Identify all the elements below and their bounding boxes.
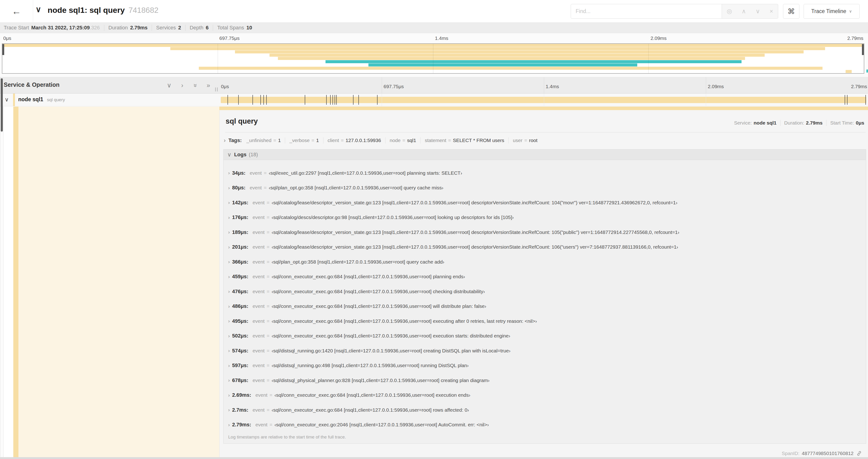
log-row[interactable]: ›176μs:event=‹sql/catalog/descs/descript… <box>223 210 866 225</box>
tag-item[interactable]: node=sql1 <box>390 138 416 143</box>
tag-equals: = <box>403 138 405 143</box>
log-row[interactable]: ›502μs:event=‹sql/conn_executor_exec.go:… <box>223 329 866 343</box>
minimap-tick-label: 2.79ms <box>847 35 863 41</box>
tag-item[interactable]: client=127.0.0.1:59936 <box>328 138 381 143</box>
expand-all-icon[interactable]: » <box>205 82 212 89</box>
minimap-span-bar <box>278 57 745 60</box>
tag-item[interactable]: _unfinished=1 <box>246 138 281 143</box>
logs-label: Logs <box>234 152 247 158</box>
log-row[interactable]: ›2.7ms:event=‹sql/conn_executor_exec.go:… <box>223 402 866 418</box>
log-row[interactable]: ›142μs:event=‹sql/catalog/lease/descript… <box>223 195 866 210</box>
log-timestamp: 678μs: <box>232 378 248 384</box>
log-row[interactable]: ›476μs:event=‹sql/conn_executor_exec.go:… <box>223 284 866 299</box>
minimap-span-bar <box>270 54 765 57</box>
summary-value: March 31 2022, 17:25:09.326 <box>31 25 100 31</box>
duration-label: Duration: <box>784 120 804 126</box>
tag-value: 1 <box>316 138 319 143</box>
log-tick-marker <box>847 95 847 105</box>
find-next-icon[interactable]: ∨ <box>755 8 760 15</box>
log-timestamp: 2.79ms: <box>232 422 251 428</box>
link-icon[interactable] <box>856 451 862 456</box>
find-prev-icon[interactable]: ∧ <box>742 8 746 15</box>
log-row[interactable]: ›574μs:event=‹sql/distsql_running.go:142… <box>223 343 866 358</box>
left-scrollbar-thumb[interactable] <box>1 78 3 132</box>
log-row[interactable]: ›597μs:event=‹sql/distsql_running.go:498… <box>223 358 866 373</box>
match-highlight-icon[interactable]: ◎ <box>727 8 732 15</box>
log-row[interactable]: ›459μs:event=‹sql/conn_executor_exec.go:… <box>223 269 866 284</box>
log-row[interactable]: ›201μs:event=‹sql/catalog/lease/descript… <box>223 240 866 255</box>
log-field-value: ‹sql/plan_opt.go:358 [nsql1,client=127.0… <box>272 259 444 265</box>
span-operation-name: sql query <box>47 97 65 102</box>
log-equals: = <box>267 303 270 309</box>
log-row[interactable]: ›678μs:event=‹sql/distsql_physical_plann… <box>223 373 866 388</box>
tag-item[interactable]: statement=SELECT * FROM users <box>425 138 504 143</box>
logs-accordion: ∨ Logs (18) ›34μs:event=‹sql/exec_util.g… <box>223 149 866 444</box>
log-field-value: ‹sql/conn_executor_exec.go:684 [nsql1,cl… <box>272 289 485 294</box>
divider <box>185 25 186 31</box>
log-equals: = <box>267 200 270 205</box>
log-field-key: event <box>252 230 265 235</box>
log-field-value: ‹sql/conn_executor_exec.go:684 [nsql1,cl… <box>272 407 469 413</box>
span-id-label: SpanID: <box>782 451 799 456</box>
log-tick-marker <box>252 95 253 105</box>
log-row[interactable]: ›495μs:event=‹sql/conn_executor_exec.go:… <box>223 314 866 329</box>
minimap-tick-labels: 0μs697.75μs1.4ms2.09ms2.79ms <box>2 35 864 42</box>
span-detail-title: sql query <box>226 117 258 126</box>
collapse-all-icon[interactable]: » <box>192 82 199 89</box>
trace-name: node sql1: sql query <box>48 6 125 14</box>
log-equals: = <box>270 422 272 428</box>
column-resizer[interactable] <box>215 88 218 91</box>
minimap-gridline <box>218 44 218 73</box>
trace-collapse-icon[interactable]: ∨ <box>35 5 41 14</box>
span-row[interactable]: ∨ node sql1sql query <box>0 94 868 106</box>
keyboard-shortcuts-button[interactable]: ⌘ <box>783 4 799 19</box>
span-tree-offset-band <box>13 107 19 459</box>
minimap-left-handle[interactable] <box>2 44 4 55</box>
log-row[interactable]: ›2.79ms:event=‹sql/conn_executor_exec.go… <box>223 418 866 432</box>
row-gridline <box>382 94 382 106</box>
log-row[interactable]: ›2.69ms:event=‹sql/conn_executor_exec.go… <box>223 388 866 403</box>
log-row[interactable]: ›189μs:event=‹sql/catalog/lease/descript… <box>223 225 866 240</box>
span-service-name[interactable]: node sql1sql query <box>18 96 65 103</box>
log-row[interactable]: ›34μs:event=‹sql/exec_util.go:2297 [nsql… <box>223 166 866 181</box>
find-clear-icon[interactable]: × <box>770 8 773 15</box>
log-timestamp: 2.7ms: <box>232 407 248 413</box>
span-collapse-icon[interactable]: ∨ <box>5 96 9 103</box>
log-row[interactable]: ›80μs:event=‹sql/plan_opt.go:358 [nsql1,… <box>223 181 866 195</box>
log-timestamp: 80μs: <box>232 185 246 191</box>
log-row[interactable]: ›366μs:event=‹sql/plan_opt.go:358 [nsql1… <box>223 255 866 269</box>
chevron-right-icon: › <box>228 244 230 250</box>
summary-label: Duration <box>108 25 128 31</box>
expand-one-icon[interactable]: › <box>179 82 186 89</box>
chevron-right-icon: › <box>228 348 230 353</box>
ruler-tick-label: 2.79ms <box>851 84 867 89</box>
log-field-key: event <box>252 274 265 280</box>
log-equals: = <box>267 289 270 294</box>
trace-view-selector[interactable]: Trace Timeline ∨ <box>804 4 860 19</box>
tags-label: Tags: <box>228 137 242 143</box>
ruler-tick-label: 2.09ms <box>708 84 724 89</box>
log-field-value: ‹sql/conn_executor_exec.go:684 [nsql1,cl… <box>272 274 465 280</box>
chevron-right-icon: › <box>228 170 230 176</box>
log-tick-marker <box>377 95 377 105</box>
horizontal-scrollbar[interactable] <box>0 457 868 459</box>
find-input[interactable] <box>571 4 722 19</box>
tag-equals: = <box>448 138 451 143</box>
back-button[interactable]: ← <box>0 0 33 22</box>
tag-item[interactable]: user=root <box>513 138 537 143</box>
log-timestamp: 495μs: <box>232 318 248 324</box>
span-id-value: 4877749850101760812 <box>802 451 854 456</box>
ruler-tick-label: 0μs <box>221 84 229 89</box>
service-label: Service: <box>734 120 752 126</box>
summary-label: Total Spans <box>217 25 244 31</box>
log-row[interactable]: ›486μs:event=‹sql/conn_executor_exec.go:… <box>223 299 866 314</box>
logs-header[interactable]: ∨ Logs (18) <box>223 149 866 160</box>
log-equals: = <box>267 244 270 250</box>
minimap-viewport[interactable] <box>2 43 864 74</box>
tags-accordion[interactable]: › Tags: _unfinished=1_verbose=1client=12… <box>224 135 537 145</box>
log-field-key: event <box>252 407 265 413</box>
minimap-right-handle[interactable] <box>862 44 864 55</box>
collapse-one-icon[interactable]: ∨ <box>166 81 173 89</box>
span-duration-bar[interactable] <box>221 97 866 103</box>
tag-item[interactable]: _verbose=1 <box>289 138 319 143</box>
